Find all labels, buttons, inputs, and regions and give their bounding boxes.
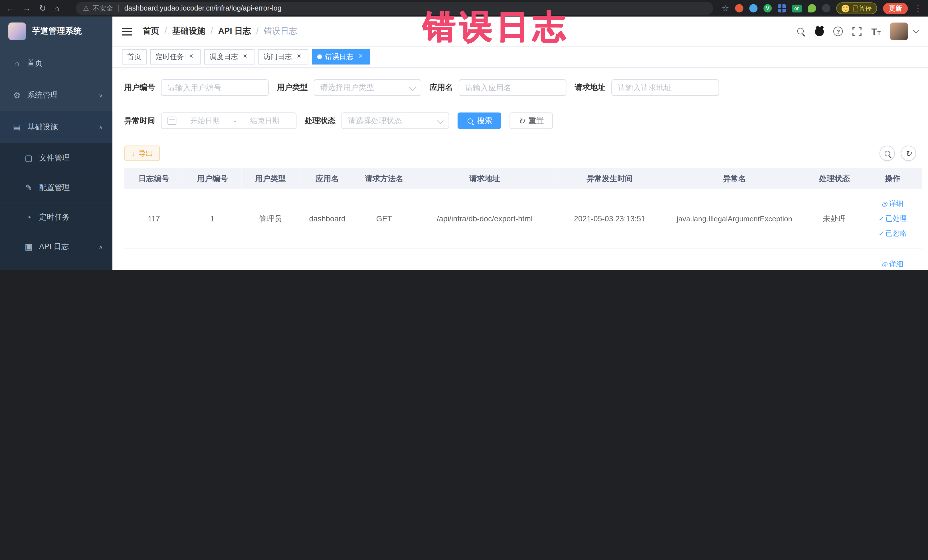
- column-header: 请求地址: [413, 168, 556, 189]
- download-icon: [131, 149, 135, 157]
- detail-link[interactable]: 详细: [865, 257, 920, 270]
- detail-link[interactable]: 详细: [865, 197, 920, 211]
- chevron-down-icon: [437, 117, 444, 124]
- fullscreen-icon[interactable]: [852, 26, 862, 36]
- font-size-icon[interactable]: [872, 26, 881, 36]
- extension-icon[interactable]: [749, 4, 757, 12]
- processed-link[interactable]: 已处理: [865, 211, 920, 226]
- help-icon[interactable]: [833, 26, 843, 36]
- extension-icon[interactable]: [822, 4, 830, 12]
- extension-icon[interactable]: [778, 4, 786, 12]
- column-header: 用户类型: [241, 168, 299, 189]
- app-name-input[interactable]: [459, 79, 566, 96]
- cell-request-url: /api/infra/db-doc/export-html: [413, 249, 556, 270]
- toggle-search-button[interactable]: [879, 145, 895, 161]
- extension-icon[interactable]: [763, 4, 772, 12]
- extension-icon[interactable]: [792, 5, 802, 12]
- view-tag[interactable]: 调度日志: [204, 49, 255, 64]
- close-icon[interactable]: [356, 53, 365, 61]
- timer-icon: ◔: [24, 212, 34, 222]
- view-tag[interactable]: 错误日志: [312, 49, 370, 64]
- sidebar-menu: ⌂ 首页 ⚙ 系统管理 ∨ ▤ 基础设施 ∧: [0, 46, 112, 270]
- view-tag[interactable]: 定时任务: [150, 49, 200, 64]
- filter-user-type: 用户类型 请选择用户类型: [277, 79, 421, 96]
- logo[interactable]: 芋道管理系统: [0, 17, 112, 46]
- sidebar-item[interactable]: ◔ 定时任务: [0, 203, 112, 232]
- select-placeholder: 请选择处理状态: [348, 116, 402, 126]
- config-icon: ✎: [24, 183, 34, 192]
- reset-button[interactable]: 重置: [510, 112, 553, 129]
- eye-icon: [882, 261, 887, 268]
- filter-row-2: 异常时间 开始日期 - 结束日期 处理状态 请选择处理状态: [124, 112, 916, 129]
- close-icon[interactable]: [241, 53, 249, 61]
- close-icon[interactable]: [295, 53, 303, 61]
- extension-icon[interactable]: [735, 4, 743, 12]
- browser-home-icon[interactable]: ⌂: [54, 0, 60, 17]
- column-header: 操作: [863, 168, 922, 189]
- view-tag-label: 定时任务: [156, 52, 184, 62]
- cell-user-id: 1: [183, 249, 241, 270]
- cell-operations: 详细 已处理 已忽略: [863, 249, 922, 270]
- column-header: 异常名: [663, 168, 806, 189]
- column-header: 请求方法名: [355, 168, 413, 189]
- sidebar-item[interactable]: ▣ 访问日志: [0, 262, 112, 270]
- top-navbar: 首页 基础设施 API 日志 错误日志: [112, 17, 928, 47]
- sidebar-item[interactable]: ⚙ 系统管理 ∨: [0, 79, 112, 111]
- reload-icon[interactable]: ↻: [39, 0, 46, 17]
- sidebar-item[interactable]: ✎ 配置管理: [0, 173, 112, 203]
- calendar-icon: [168, 117, 176, 125]
- view-tag[interactable]: 访问日志: [258, 49, 308, 64]
- user-id-input[interactable]: [161, 79, 269, 96]
- cell-exception-name: java.lang.IllegalArgumentException: [663, 249, 806, 270]
- forward-icon[interactable]: →: [23, 0, 31, 17]
- start-date-placeholder: 开始日期: [180, 116, 230, 126]
- security-label: 不安全: [93, 4, 113, 12]
- back-icon[interactable]: ←: [6, 0, 14, 17]
- view-tag-label: 访问日志: [263, 52, 292, 62]
- ignored-link[interactable]: 已忽略: [865, 226, 920, 241]
- refresh-icon: [518, 116, 525, 125]
- breadcrumb-item[interactable]: 首页: [143, 26, 172, 37]
- search-icon: [467, 118, 473, 124]
- request-url-input[interactable]: [611, 79, 719, 96]
- filter-label: 用户类型: [277, 82, 308, 93]
- update-button[interactable]: 更新: [883, 3, 908, 14]
- browser-menu-icon[interactable]: ⋮: [914, 3, 922, 13]
- logo-image: [8, 23, 26, 40]
- address-bar[interactable]: ⚠ 不安全 dashboard.yudao.iocoder.cn/infra/l…: [76, 2, 713, 15]
- breadcrumb-item[interactable]: 基础设施: [172, 26, 218, 37]
- view-tag[interactable]: 首页: [122, 49, 147, 64]
- avatar[interactable]: [890, 23, 908, 40]
- user-type-select[interactable]: 请选择用户类型: [314, 79, 422, 96]
- cell-user-type: 管理员: [241, 249, 299, 270]
- sidebar-item[interactable]: ▤ 基础设施 ∧: [0, 111, 112, 143]
- paused-badge[interactable]: 已暂停: [836, 2, 877, 14]
- refresh-table-button[interactable]: [901, 145, 916, 161]
- cell-log-id: 117: [124, 189, 183, 249]
- url-text: dashboard.yudao.iocoder.cn/infra/log/api…: [124, 4, 282, 12]
- breadcrumb: 首页 基础设施 API 日志 错误日志: [143, 26, 297, 37]
- date-range-picker[interactable]: 开始日期 - 结束日期: [161, 112, 296, 129]
- gear-icon: ⚙: [12, 90, 22, 100]
- extension-icon[interactable]: [808, 4, 816, 12]
- search-button[interactable]: 搜索: [458, 112, 502, 129]
- search-icon[interactable]: [797, 27, 806, 36]
- breadcrumb-item[interactable]: 错误日志: [264, 26, 297, 37]
- bookmark-star-icon[interactable]: ☆: [722, 3, 729, 13]
- github-icon[interactable]: [815, 27, 824, 36]
- close-icon[interactable]: [187, 53, 195, 61]
- collapse-sidebar-icon[interactable]: [122, 27, 132, 35]
- column-header: 用户编号: [183, 168, 241, 189]
- process-status-select[interactable]: 请选择处理状态: [342, 112, 449, 129]
- ignored-link-label: 已忽略: [885, 229, 907, 237]
- cell-user-id: 1: [183, 189, 241, 249]
- sidebar-item[interactable]: ▢ 文件管理: [0, 143, 112, 173]
- check-icon: [878, 215, 884, 222]
- detail-link-label: 详细: [889, 260, 904, 268]
- breadcrumb-item[interactable]: API 日志: [218, 26, 264, 37]
- sidebar-item[interactable]: ▣ API 日志 ∧: [0, 232, 112, 262]
- sidebar-item[interactable]: ⌂ 首页: [0, 47, 112, 79]
- export-button[interactable]: 导出: [124, 145, 160, 161]
- select-placeholder: 请选择用户类型: [320, 82, 374, 93]
- chevron-down-icon[interactable]: [913, 27, 919, 34]
